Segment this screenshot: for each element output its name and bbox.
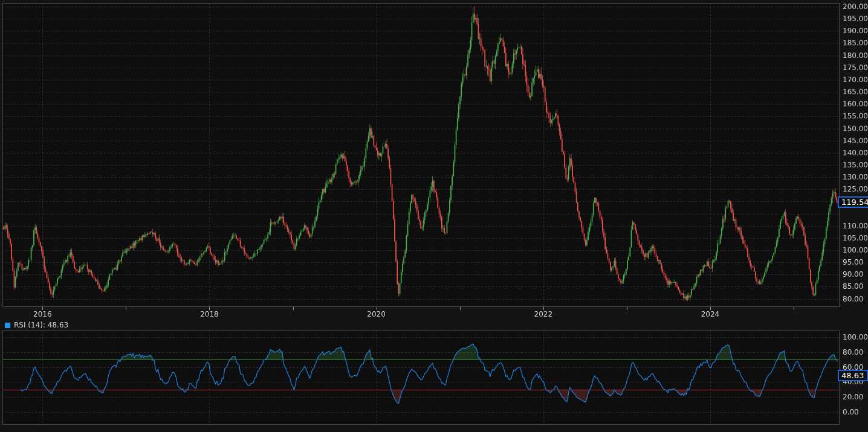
price-tick-label: 165.00 [843, 88, 868, 96]
price-tick-label: 80.00 [843, 295, 863, 303]
chart-window: 200.00195.00190.00185.00180.00175.00170.… [0, 0, 868, 432]
year-label: 2024 [701, 310, 720, 318]
rsi-tick-label: 20.00 [843, 393, 863, 401]
price-tick-label: 190.00 [843, 27, 868, 35]
price-tick-label: 160.00 [843, 100, 868, 108]
price-tick-label: 175.00 [843, 63, 868, 72]
price-tick-label: 145.00 [843, 137, 868, 145]
rsi-legend-text: RSI (14): 48.63 [14, 321, 68, 329]
price-tick-label: 105.00 [843, 234, 868, 242]
price-tick-label: 135.00 [843, 161, 868, 169]
price-tick-label: 155.00 [843, 112, 868, 120]
price-tick-label: 125.00 [843, 185, 868, 193]
rsi-tick-label: 0.00 [843, 408, 859, 416]
price-tick-label: 140.00 [843, 149, 868, 157]
price-tick-label: 85.00 [843, 282, 863, 291]
price-tick-label: 195.00 [843, 15, 868, 23]
year-label: 2018 [200, 310, 219, 318]
price-tick-label: 150.00 [843, 124, 868, 133]
rsi-tick-label: 80.00 [843, 348, 863, 356]
year-label: 2016 [33, 310, 52, 318]
price-tick-label: 110.00 [843, 222, 868, 230]
price-tick-label: 170.00 [843, 76, 868, 84]
price-tick-label: 180.00 [843, 51, 868, 60]
price-tick-label: 185.00 [843, 39, 868, 47]
rsi-color-swatch [5, 323, 10, 328]
price-chart-canvas[interactable] [0, 0, 868, 432]
price-tick-label: 100.00 [843, 246, 868, 254]
price-tick-label: 95.00 [843, 258, 863, 266]
year-label: 2020 [367, 310, 386, 318]
price-tick-label: 90.00 [843, 270, 863, 279]
price-tick-label: 200.00 [843, 2, 868, 11]
rsi-value-label: 48.63 [838, 370, 868, 381]
rsi-legend[interactable]: RSI (14): 48.63 [5, 321, 68, 329]
year-label: 2022 [534, 310, 553, 318]
last-price-label: 119.54 [838, 196, 868, 208]
rsi-tick-label: 100.00 [843, 333, 868, 341]
price-tick-label: 130.00 [843, 173, 868, 181]
